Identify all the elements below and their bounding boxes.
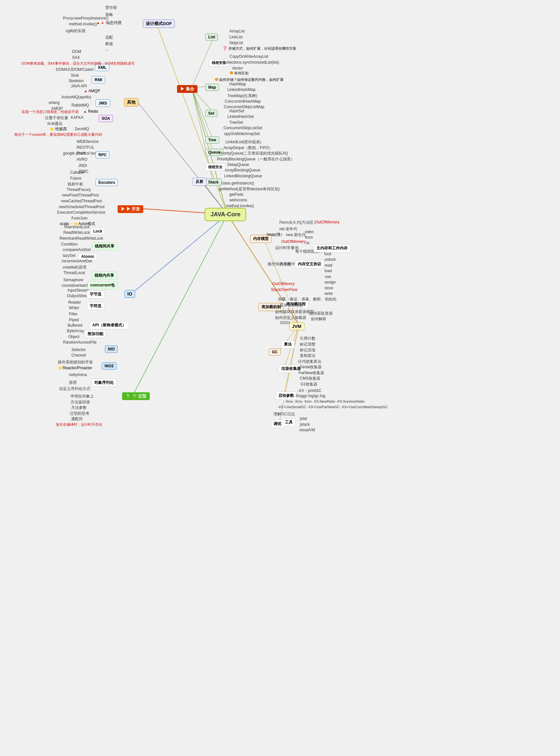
scheduled-pool-node: newScheduledThreadPool	[58, 204, 106, 209]
future-node: Future	[69, 176, 83, 181]
responsibility-node: 责任链	[104, 4, 118, 11]
avro-node: AVRO	[75, 157, 89, 162]
list-node: List	[205, 34, 218, 41]
unlock-op-node: unlock	[323, 257, 337, 262]
write-op-node: write	[323, 291, 334, 296]
dom4j-node: DOM4J/JDOM/Castor	[55, 67, 95, 72]
method-invoke-r-node: method.invoke()	[225, 203, 255, 208]
api-decorator-node: API（装饰者模式）	[89, 321, 129, 329]
any-diff-node: ❶ 有何区别	[229, 71, 248, 76]
dynamic-proxy-node: ▲🔺 动态代理	[96, 20, 121, 26]
svg-line-5	[133, 214, 227, 292]
osgi-node: OSGI	[279, 320, 291, 325]
svg-line-6	[133, 214, 227, 394]
rabbitmq-node: RabbitMQ	[70, 103, 90, 108]
eden-node: eden	[304, 229, 315, 234]
zeromq-desc-node: 相当于一个socket库，要实现MQ需要自己适配大量代码	[13, 132, 103, 137]
thread-new-node: 线程中新	[66, 181, 84, 187]
callable-node: Callable	[69, 170, 85, 175]
stub-node: Stub	[69, 73, 80, 78]
tools-node: 工具	[282, 418, 296, 426]
io-node: IO	[124, 290, 135, 298]
reentrant-lock-node: ReentrantLock	[63, 224, 91, 230]
gc-log-node: 理解GC日志	[272, 411, 296, 417]
byte-stream-node: 字节流	[87, 290, 104, 299]
stackoverflow-node: StackOverFlow	[269, 287, 299, 292]
g1-gc-node: G1收集器	[299, 381, 319, 387]
reflection-node: 反射	[193, 178, 206, 186]
reactor-node: ⭐Reactor/Proactor	[58, 366, 92, 370]
channel-node: Channel	[70, 353, 87, 358]
skiplist-node: SkipList	[228, 40, 244, 45]
out-of-mem1-node: OutOfMemery	[314, 220, 341, 225]
jms-node: JMS	[96, 99, 110, 107]
mark-clear-node: 标记清楚	[299, 341, 317, 347]
cached-pool-node: newCachedThreadPool	[60, 199, 103, 204]
thread-inner-node: 线程内共享	[92, 271, 117, 280]
sax-node: SAX	[71, 55, 81, 60]
treemap-node: TreeMap(红黑树)	[226, 93, 259, 99]
hashmap-node: HashMap	[228, 82, 247, 87]
os-level-node: 操作系统级别的开发	[57, 359, 94, 365]
method-param-node: 方法参数	[70, 405, 88, 411]
get-instance-node: class.getInstance()	[220, 181, 256, 186]
svg-line-3	[136, 101, 227, 214]
piped-node: Piped	[67, 317, 80, 323]
compare-set-node: compareAndSet	[61, 247, 92, 252]
soa-node: SOA	[99, 115, 113, 122]
principle-node: 原理	[67, 380, 78, 386]
netty-mina-node: netty/mina	[67, 372, 88, 377]
visualvm-node: visualVM	[298, 427, 316, 432]
dots-node: ...	[104, 47, 110, 52]
kafka-node: KAFKA	[69, 115, 85, 120]
readwrite-lock-node: ReadWriteLock	[62, 230, 91, 235]
cms-gc-node: CMS收集器	[299, 375, 322, 382]
char-stream-node: 字符流	[87, 302, 104, 310]
copy-alg-node: 复制算法	[299, 353, 317, 359]
serialization-node: 对象序列化	[91, 379, 117, 387]
activemq-node: ActiveMQ(apollo)	[60, 95, 93, 100]
bridge-node: 桥接	[104, 41, 114, 47]
ref-count-node: 引用计数	[299, 335, 317, 342]
design-pattern-node: 设计模式GOF	[143, 20, 175, 28]
mindmap-container: JAVA-Core 设计模式GOF 责任链 策略 Proxy.newProxyI…	[0, 0, 560, 756]
star-high-node: ⭐ 性能高	[49, 126, 67, 132]
sync-list-node: Collections.synchronizedList(list)	[221, 60, 280, 65]
thread-factory-node: ThreadFacory	[65, 187, 92, 192]
filter-node: Filter	[67, 311, 79, 316]
semaphore-node: Semaphore	[62, 277, 85, 283]
erlang-node: erlang	[47, 100, 61, 105]
gc-node: GC	[269, 348, 281, 355]
jvm-node: JVM	[289, 323, 304, 330]
additional-func-node: 附加功能	[85, 330, 106, 338]
comment-kafka-node: 注重于吞吐量	[43, 115, 69, 121]
jstat-node: jstat	[299, 416, 308, 421]
concurrent-pkg-node: concurrent包	[87, 281, 118, 289]
rpc-node: RPC	[96, 151, 109, 159]
linked-list-q-node: LinkedList(双向链表)	[224, 139, 262, 145]
msg-system-node: 实现一个消息订阅系统，性能还不堪	[20, 109, 80, 115]
method-invoke-node: method.invoke()	[67, 21, 98, 27]
stack-node: Stack	[205, 179, 222, 186]
compile-not-exist-node: 发生在编译时，运行时不存在	[55, 422, 104, 427]
generic-node: 🍃 🍃 泛型	[122, 392, 150, 400]
nio-node: NIO	[105, 346, 118, 353]
array-bq-node: ArrayBlockingQueue	[223, 167, 261, 173]
thread-visible-node: 线程间共享	[92, 242, 117, 250]
xloggc-node: -Xloggc:log/gc.log	[293, 393, 326, 399]
object-node: Object	[67, 334, 81, 339]
linked-hashset-node: LinkedHashSet	[226, 114, 255, 119]
perm-zone-node: Perm永久代(方法区）	[278, 220, 319, 226]
xx-serial-node: -XX+UseSerialGC -XX+UseParNewGC -XX+UseC…	[276, 405, 389, 409]
concurrent-hashmap-node: ConcurrentHashMap	[223, 99, 262, 104]
rmi-node: RMI	[92, 76, 105, 83]
dom-desc-node: DOM整体加载、SAX事件驱动，适合大文件的加载，DOM支持随机读写	[20, 61, 136, 66]
map-node: Map	[205, 84, 219, 91]
random-access-node: RandomAccessFile	[62, 340, 98, 345]
how-store-node: ❷ 如何存储？如何保证数列均衡，如何扩展	[215, 77, 284, 82]
heap-node: heap(堆）	[267, 232, 284, 238]
get-method-node: getMethod(是否带declare有何区别)	[217, 186, 281, 192]
priority-q-node: PriorityQueue(二叉堆实现的优先级队列)	[217, 150, 289, 157]
linked-bq-node: LinkedBlockingQueue	[223, 173, 263, 179]
reentrant-rw-lock-node: ReentrantReadWriteLock	[58, 236, 105, 241]
